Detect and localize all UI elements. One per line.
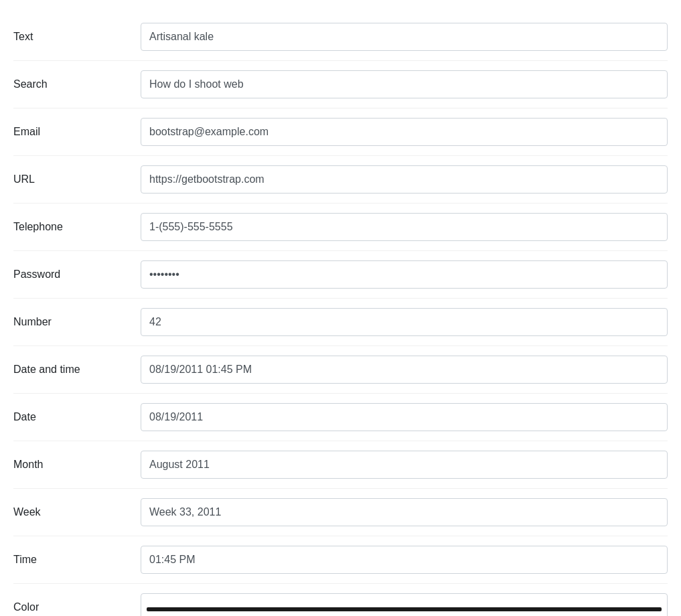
form-row-email: Email xyxy=(13,108,668,156)
label-time: Time xyxy=(13,554,141,566)
form-row-password: Password xyxy=(13,251,668,299)
form-row-date: Date xyxy=(13,394,668,441)
label-search: Search xyxy=(13,78,141,90)
color-input-wrapper xyxy=(141,593,668,616)
label-color: Color xyxy=(13,601,141,613)
label-datetime: Date and time xyxy=(13,364,141,376)
label-text: Text xyxy=(13,31,141,43)
form-row-telephone: Telephone xyxy=(13,204,668,251)
input-time[interactable] xyxy=(141,546,668,574)
form-row-datetime: Date and time xyxy=(13,346,668,394)
form-row-time: Time xyxy=(13,536,668,584)
input-search[interactable] xyxy=(141,70,668,98)
form-row-url: URL xyxy=(13,156,668,204)
label-email: Email xyxy=(13,126,141,138)
form-row-week: Week xyxy=(13,489,668,536)
form-container: TextSearchEmailURLTelephonePasswordNumbe… xyxy=(13,13,668,616)
form-row-text: Text xyxy=(13,13,668,61)
label-number: Number xyxy=(13,316,141,328)
label-date: Date xyxy=(13,411,141,423)
color-swatch xyxy=(147,607,662,611)
input-text[interactable] xyxy=(141,23,668,51)
label-telephone: Telephone xyxy=(13,221,141,233)
input-url[interactable] xyxy=(141,165,668,194)
input-number[interactable] xyxy=(141,308,668,336)
input-password[interactable] xyxy=(141,260,668,289)
input-telephone[interactable] xyxy=(141,213,668,241)
form-row-month: Month xyxy=(13,441,668,489)
form-row-color: Color xyxy=(13,584,668,616)
form-row-number: Number xyxy=(13,299,668,346)
input-week[interactable] xyxy=(141,498,668,526)
label-week: Week xyxy=(13,506,141,518)
input-date[interactable] xyxy=(141,403,668,431)
label-password: Password xyxy=(13,268,141,281)
input-month[interactable] xyxy=(141,451,668,479)
input-email[interactable] xyxy=(141,118,668,146)
label-url: URL xyxy=(13,173,141,185)
input-datetime[interactable] xyxy=(141,356,668,384)
label-month: Month xyxy=(13,459,141,471)
form-row-search: Search xyxy=(13,61,668,108)
